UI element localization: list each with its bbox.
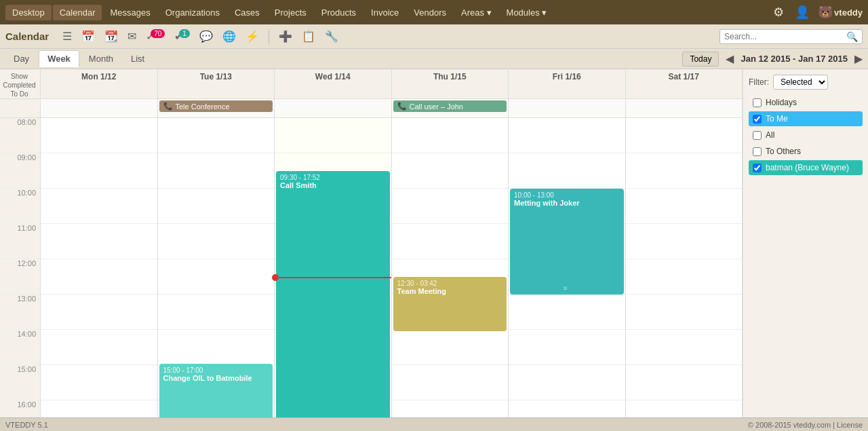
wrench-icon[interactable]: 🔧 [322,29,341,44]
event-tele-conference[interactable]: 📞 Tele Conference [159,100,273,112]
nav-projects[interactable]: Projects [268,5,313,20]
hour-mon-16[interactable] [41,400,157,417]
search-input[interactable] [724,32,846,41]
day-header-sat: Sat 1/17 [626,69,743,98]
month-view-icon[interactable]: 📅 [79,29,98,44]
hour-sat-09[interactable] [626,153,743,189]
hour-tue-13[interactable] [158,295,275,330]
hour-thu-15[interactable] [392,365,509,400]
hour-mon-14[interactable] [41,330,157,365]
hour-wed-08[interactable] [275,118,391,153]
nav-invoice[interactable]: Invoice [364,5,406,20]
hour-fri-14[interactable] [509,330,625,365]
tab-day[interactable]: Day [5,51,37,67]
event-call-user-john[interactable]: 📞 Call user – John [393,100,507,112]
filter-batman[interactable]: batman (Bruce Wayne) [749,160,863,175]
event-call-smith[interactable]: 09:30 - 17:52 Call Smith ≡ [276,171,390,417]
mail-icon[interactable]: ✉ [125,29,139,44]
hour-fri-15[interactable] [509,365,625,400]
search-box: 🔍 [719,29,863,44]
hour-tue-12[interactable] [158,259,275,295]
hour-mon-10[interactable] [41,189,157,224]
filter-holidays[interactable]: Holidays [749,95,863,110]
add-event-icon[interactable]: ➕ [276,29,295,44]
main-content: Show Completed To Do Mon 1/12 Tue 1/13 W… [0,69,868,417]
nav-vendors[interactable]: Vendors [407,5,453,20]
hour-tue-08[interactable] [158,118,275,153]
nav-modules[interactable]: Modules ▾ [500,5,554,20]
hour-mon-15[interactable] [41,365,157,400]
settings-icon[interactable]: ⚙ [770,3,787,21]
filter-batman-checkbox[interactable] [753,164,762,172]
hour-thu-10[interactable] [392,189,509,224]
add-cal-icon[interactable]: 📋 [299,29,318,44]
hour-thu-14[interactable] [392,330,509,365]
filter-to-me[interactable]: To Me [749,111,863,126]
nav-organizations[interactable]: Organizations [159,5,226,20]
filter-select[interactable]: Selected All [773,75,828,90]
tab-list[interactable]: List [123,51,153,67]
hour-tue-11[interactable] [158,224,275,259]
hour-mon-09[interactable] [41,153,157,189]
hour-thu-16[interactable] [392,400,509,417]
list-view-icon[interactable]: ☰ [60,29,75,44]
hour-mon-13[interactable] [41,295,157,330]
filter-all[interactable]: All [749,128,863,143]
filter-holidays-checkbox[interactable] [753,98,762,107]
hour-tue-09[interactable] [158,153,275,189]
prev-period-button[interactable]: ◀ [726,52,734,65]
hour-fri-16[interactable] [509,400,625,417]
filter-to-me-checkbox[interactable] [753,115,762,124]
hour-fri-09[interactable] [509,153,625,189]
day-header-tue: Tue 1/13 [158,69,275,98]
allday-tue[interactable]: 📞 Tele Conference [158,99,275,117]
hour-thu-09[interactable] [392,153,509,189]
nav-messages[interactable]: Messages [103,5,157,20]
nav-areas[interactable]: Areas ▾ [454,5,498,20]
filter-to-others[interactable]: To Others [749,144,863,159]
tab-month[interactable]: Month [81,51,121,67]
hour-mon-11[interactable] [41,224,157,259]
allday-thu[interactable]: 📞 Call user – John [392,99,509,117]
nav-products[interactable]: Products [315,5,363,20]
day-headers-row: Show Completed To Do Mon 1/12 Tue 1/13 W… [0,69,743,99]
nav-cases[interactable]: Cases [228,5,267,20]
todo-icon[interactable]: ✓70 [143,29,167,44]
search-icon[interactable]: 🔍 [846,31,858,42]
next-period-button[interactable]: ▶ [854,52,863,65]
hour-fri-13[interactable] [509,295,625,330]
nav-desktop[interactable]: Desktop [5,5,52,20]
hour-tue-10[interactable] [158,189,275,224]
hour-sat-15[interactable] [626,365,743,400]
today-button[interactable]: Today [682,52,719,67]
event-joker-meeting[interactable]: 10:00 - 13:00 Metting with Joker ≡ [510,189,624,295]
hour-sat-14[interactable] [626,330,743,365]
user-icon[interactable]: 👤 [792,3,812,21]
hour-sat-08[interactable] [626,118,743,153]
hour-fri-08[interactable] [509,118,625,153]
week-view-icon[interactable]: 📆 [102,29,121,44]
hour-sat-11[interactable] [626,224,743,259]
hour-sat-13[interactable] [626,295,743,330]
hour-mon-12[interactable] [41,259,157,295]
hour-sat-16[interactable] [626,400,743,417]
event-team-meeting[interactable]: 12:30 - 03:42 Team Meeting [393,277,507,331]
check-icon[interactable]: ✔1 [172,29,193,44]
hour-thu-11[interactable] [392,224,509,259]
hour-tue-14[interactable] [158,330,275,365]
day-col-tue: 15:00 - 17:00 Change OIL to Batmobile ≡ [158,118,275,417]
filter-to-others-checkbox[interactable] [753,147,762,156]
hour-sat-10[interactable] [626,189,743,224]
show-completed-btn[interactable]: Show Completed To Do [0,69,40,98]
hour-thu-08[interactable] [392,118,509,153]
hour-sat-12[interactable] [626,259,743,295]
globe-icon[interactable]: 🌐 [220,29,239,44]
filter-all-checkbox[interactable] [753,131,762,140]
chat-icon[interactable]: 💬 [197,29,216,44]
hour-mon-08[interactable] [41,118,157,153]
tab-week[interactable]: Week [39,50,79,67]
nav-calendar[interactable]: Calendar [53,5,102,20]
lightning-icon[interactable]: ⚡ [243,29,262,44]
time-label-11: 11:00 [0,224,40,259]
event-change-oil[interactable]: 15:00 - 17:00 Change OIL to Batmobile ≡ [159,364,273,417]
